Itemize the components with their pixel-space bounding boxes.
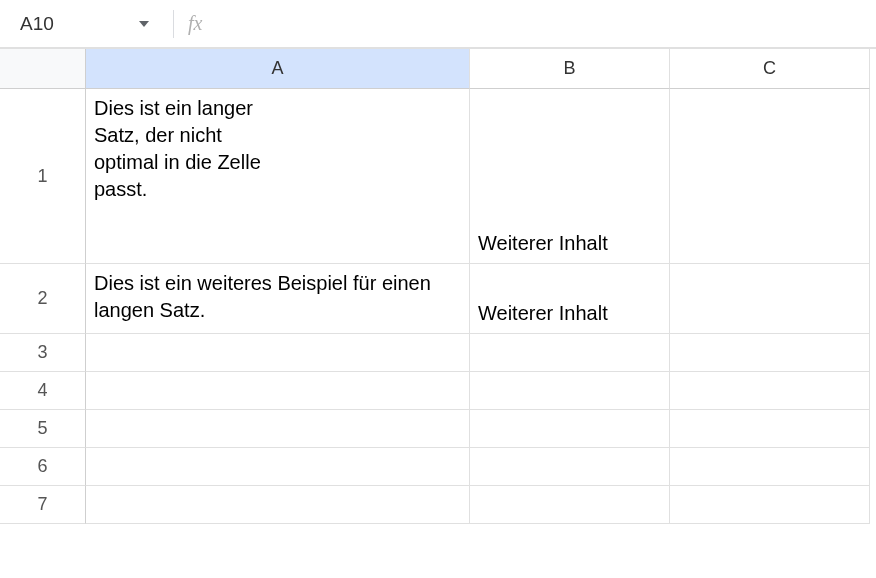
divider [173, 10, 174, 38]
chevron-down-icon [139, 21, 149, 27]
cell-B3[interactable] [470, 334, 670, 372]
formula-bar: A10 fx [0, 0, 876, 48]
column-header-C[interactable]: C [670, 49, 870, 89]
cell-C1[interactable] [670, 89, 870, 264]
cell-C4[interactable] [670, 372, 870, 410]
cell-C3[interactable] [670, 334, 870, 372]
cell-A5[interactable] [86, 410, 470, 448]
cell-C5[interactable] [670, 410, 870, 448]
cell-A6[interactable] [86, 448, 470, 486]
cell-A1[interactable]: Dies ist ein langer Satz, der nicht opti… [86, 89, 470, 264]
name-box-dropdown-icon[interactable] [139, 21, 149, 27]
cell-A2[interactable]: Dies ist ein weiteres Beispiel für einen… [86, 264, 470, 334]
cell-B2[interactable]: Weiterer Inhalt [470, 264, 670, 334]
cell-A7[interactable] [86, 486, 470, 524]
column-header-A[interactable]: A [86, 49, 470, 89]
cell-C6[interactable] [670, 448, 870, 486]
column-header-B[interactable]: B [470, 49, 670, 89]
cell-B4[interactable] [470, 372, 670, 410]
spreadsheet-grid: ABC1Dies ist ein langer Satz, der nicht … [0, 48, 876, 524]
cell-B6[interactable] [470, 448, 670, 486]
select-all-corner[interactable] [0, 49, 86, 89]
row-header-1[interactable]: 1 [0, 89, 86, 264]
row-header-7[interactable]: 7 [0, 486, 86, 524]
cell-C7[interactable] [670, 486, 870, 524]
cell-B5[interactable] [470, 410, 670, 448]
cell-B7[interactable] [470, 486, 670, 524]
row-header-5[interactable]: 5 [0, 410, 86, 448]
row-header-3[interactable]: 3 [0, 334, 86, 372]
fx-icon[interactable]: fx [188, 12, 202, 35]
name-box[interactable]: A10 [12, 0, 167, 47]
cell-A4[interactable] [86, 372, 470, 410]
row-header-6[interactable]: 6 [0, 448, 86, 486]
row-header-2[interactable]: 2 [0, 264, 86, 334]
name-box-value: A10 [20, 13, 54, 35]
row-header-4[interactable]: 4 [0, 372, 86, 410]
cell-A3[interactable] [86, 334, 470, 372]
cell-B1[interactable]: Weiterer Inhalt [470, 89, 670, 264]
formula-input[interactable] [212, 0, 864, 47]
cell-C2[interactable] [670, 264, 870, 334]
